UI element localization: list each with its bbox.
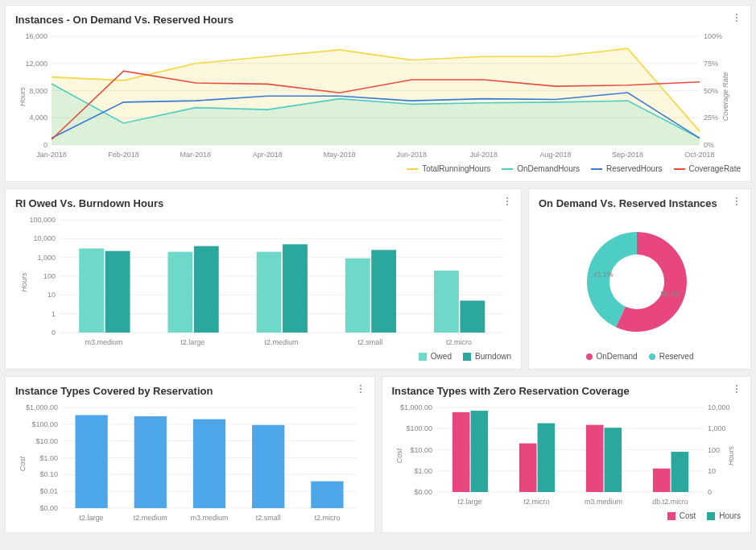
- svg-text:100,000: 100,000: [29, 216, 56, 224]
- panel-instances-hours: Instances - On Demand Vs. Reserved Hours…: [5, 5, 751, 182]
- svg-rect-106: [585, 425, 603, 492]
- svg-text:10,000: 10,000: [33, 234, 56, 242]
- legend-label: OnDemandHours: [517, 164, 580, 173]
- legend-item[interactable]: ReservedHours: [591, 164, 662, 173]
- legend-item[interactable]: TotalRunningHours: [407, 164, 490, 173]
- svg-rect-104: [537, 424, 555, 492]
- svg-rect-48: [257, 252, 282, 333]
- svg-text:Oct-2018: Oct-2018: [684, 151, 714, 159]
- svg-text:Feb-2018: Feb-2018: [108, 151, 139, 159]
- svg-rect-55: [460, 300, 485, 333]
- legend-item[interactable]: Hours: [707, 511, 741, 520]
- legend-item[interactable]: Owed: [419, 352, 452, 361]
- legend-item[interactable]: CoverageRate: [674, 164, 741, 173]
- svg-text:Mar-2018: Mar-2018: [180, 151, 212, 159]
- svg-text:1,000: 1,000: [37, 254, 56, 262]
- svg-text:May-2018: May-2018: [324, 151, 356, 159]
- svg-text:0: 0: [708, 488, 712, 496]
- svg-text:50%: 50%: [704, 87, 718, 95]
- svg-text:m3.medium: m3.medium: [190, 514, 228, 522]
- svg-text:100%: 100%: [704, 32, 722, 40]
- legend-label: ReservedHours: [606, 164, 662, 173]
- panel-ondemand-reserved-instances: On Demand Vs. Reserved Instances 56.9%43…: [528, 188, 751, 370]
- legend-label: CoverageRate: [689, 164, 741, 173]
- kebab-menu-icon[interactable]: [731, 197, 742, 205]
- svg-text:t2.large: t2.large: [457, 498, 481, 506]
- svg-text:12,000: 12,000: [25, 60, 48, 68]
- svg-text:t2.medium: t2.medium: [264, 338, 298, 346]
- svg-text:t2.micro: t2.micro: [446, 338, 472, 346]
- svg-text:56.9%: 56.9%: [660, 290, 681, 298]
- svg-text:10,000: 10,000: [708, 403, 730, 411]
- svg-text:db.t2.micro: db.t2.micro: [652, 498, 688, 506]
- legend-item[interactable]: OnDemandHours: [502, 164, 580, 173]
- svg-text:$0.01: $0.01: [39, 487, 58, 495]
- svg-rect-42: [79, 249, 104, 333]
- svg-text:Coverage Rate: Coverage Rate: [721, 72, 729, 122]
- svg-text:$0.00: $0.00: [414, 488, 432, 496]
- svg-rect-49: [283, 244, 308, 333]
- svg-text:Jun-2018: Jun-2018: [396, 151, 427, 159]
- svg-text:$0.00: $0.00: [39, 504, 58, 512]
- svg-text:t2.medium: t2.medium: [134, 514, 167, 522]
- svg-text:4,000: 4,000: [29, 114, 48, 122]
- bar-chart-ri-owed: 01101001,00010,000100,000m3.mediumt2.lar…: [15, 216, 511, 349]
- svg-text:10: 10: [708, 467, 716, 475]
- panel-title: Instances - On Demand Vs. Reserved Hours: [15, 14, 741, 26]
- svg-text:$100.00: $100.00: [31, 420, 58, 428]
- svg-text:$100.00: $100.00: [406, 424, 432, 432]
- chart-legend: Owed Burndown: [15, 352, 511, 361]
- chart-legend: Cost Hours: [392, 511, 742, 520]
- svg-text:10: 10: [48, 291, 56, 299]
- svg-rect-107: [604, 428, 622, 492]
- bar-chart-covered: $0.00$0.01$0.10$1.00$10.00$100.00$1,000.…: [15, 403, 363, 524]
- svg-rect-46: [194, 246, 219, 333]
- svg-text:m3.medium: m3.medium: [584, 498, 622, 506]
- panel-types-zero-coverage: Instance Types with Zero Reservation Cov…: [382, 376, 752, 533]
- svg-rect-80: [252, 425, 284, 508]
- svg-text:m3.medium: m3.medium: [85, 338, 123, 346]
- legend-item[interactable]: Reserved: [649, 352, 694, 361]
- panel-title: On Demand Vs. Reserved Instances: [539, 197, 741, 209]
- chart-legend: TotalRunningHours OnDemandHours Reserved…: [15, 164, 741, 173]
- legend-label: OnDemand: [597, 352, 638, 361]
- svg-text:$1.00: $1.00: [39, 454, 58, 462]
- svg-text:Apr-2018: Apr-2018: [253, 151, 283, 159]
- svg-text:25%: 25%: [704, 114, 718, 122]
- bar-chart-zero-coverage: $0.00$1.00$10.00$100.00$1,000.000101001,…: [392, 403, 740, 508]
- kebab-menu-icon[interactable]: [731, 14, 742, 22]
- svg-text:$10.00: $10.00: [410, 446, 432, 454]
- panel-title: Instance Types with Zero Reservation Cov…: [392, 385, 742, 397]
- svg-rect-110: [671, 452, 688, 492]
- legend-label: Hours: [719, 511, 741, 520]
- svg-text:43.1%: 43.1%: [593, 271, 613, 279]
- svg-rect-100: [452, 412, 469, 492]
- svg-text:t2.large: t2.large: [180, 338, 204, 346]
- svg-text:Jul-2018: Jul-2018: [469, 151, 498, 159]
- kebab-menu-icon[interactable]: [731, 385, 742, 393]
- svg-text:0: 0: [43, 141, 48, 149]
- svg-text:t2.small: t2.small: [357, 338, 382, 346]
- svg-text:t2.large: t2.large: [80, 514, 104, 522]
- svg-rect-82: [311, 482, 343, 508]
- svg-rect-76: [134, 416, 167, 508]
- svg-text:0%: 0%: [704, 141, 714, 149]
- svg-text:Cost: Cost: [395, 448, 403, 463]
- chart-legend: OnDemand Reserved: [539, 352, 741, 361]
- legend-label: Burndown: [475, 352, 511, 361]
- svg-text:1,000: 1,000: [708, 424, 726, 432]
- legend-item[interactable]: OnDemand: [586, 352, 638, 361]
- line-chart-instances-hours: 04,0008,00012,00016,0000%25%50%75%100%Ja…: [15, 32, 736, 161]
- panel-ri-owed-burndown: RI Owed Vs. Burndown Hours 01101001,0001…: [5, 188, 522, 370]
- svg-text:75%: 75%: [704, 60, 718, 68]
- svg-text:100: 100: [708, 446, 720, 454]
- legend-item[interactable]: Burndown: [463, 352, 511, 361]
- kebab-menu-icon[interactable]: [502, 197, 513, 205]
- kebab-menu-icon[interactable]: [355, 385, 366, 393]
- legend-label: Owed: [431, 352, 452, 361]
- svg-rect-45: [167, 252, 192, 333]
- legend-item[interactable]: Cost: [667, 511, 696, 520]
- svg-text:Cost: Cost: [19, 456, 27, 471]
- svg-rect-101: [470, 411, 488, 492]
- svg-rect-78: [193, 420, 225, 508]
